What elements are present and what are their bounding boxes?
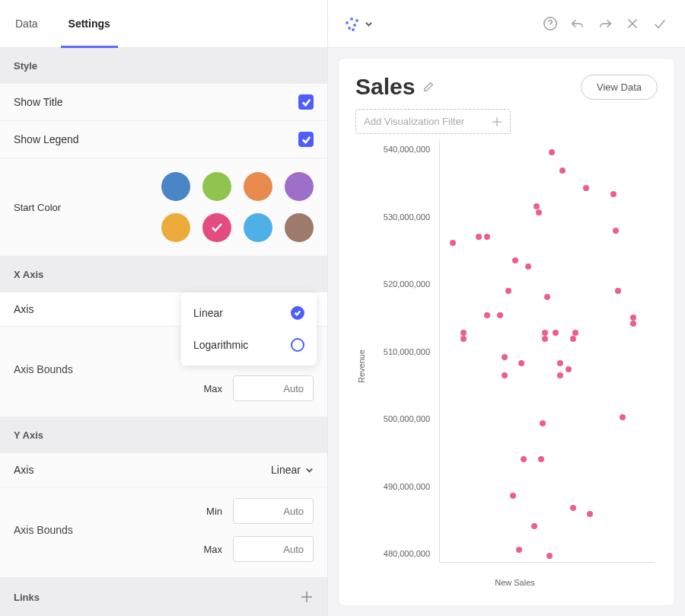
confirm-button[interactable] [650,14,670,34]
data-point[interactable] [557,372,563,378]
chart-title: Sales [355,74,415,100]
data-point[interactable] [531,523,537,529]
label-x-bounds: Axis Bounds [14,363,73,375]
radio-logarithmic[interactable] [291,338,304,352]
label-y-min: Min [206,506,222,517]
chevron-down-icon [305,466,314,474]
data-point[interactable] [559,168,566,174]
data-point[interactable] [549,149,555,155]
data-point[interactable] [497,312,503,318]
data-point[interactable] [510,493,516,499]
row-y-axis[interactable]: Axis Linear [0,453,327,487]
section-style-header: Style [0,48,327,84]
data-point[interactable] [460,336,467,342]
data-point[interactable] [450,240,456,246]
data-point[interactable] [630,321,636,327]
y-tick: 480,000,000 [377,549,430,558]
tab-data[interactable]: Data [0,0,53,48]
input-y-min[interactable] [233,498,314,524]
data-point[interactable] [512,257,518,263]
color-grid [161,172,314,242]
checkbox-show-title[interactable] [298,94,314,110]
label-x-axis: Axis [14,303,33,315]
data-point[interactable] [570,505,576,511]
input-y-max[interactable] [233,536,314,562]
tab-settings[interactable]: Settings [53,0,126,48]
preview-toolbar [328,0,685,48]
x-axis-scale-popup: Linear Logarithmic [181,292,317,365]
data-point[interactable] [460,330,467,336]
label-x-max: Max [203,383,222,394]
data-point[interactable] [613,228,619,234]
view-data-button[interactable]: View Data [581,75,658,100]
data-point[interactable] [534,203,540,209]
data-point[interactable] [521,456,527,462]
checkbox-show-legend[interactable] [298,132,314,147]
data-point[interactable] [502,354,508,360]
add-filter-chip[interactable]: Add Visualization Filter [355,109,511,134]
y-axis-bounds: Axis Bounds Min Max [0,487,327,578]
data-point[interactable] [553,330,559,336]
y-tick: 540,000,000 [377,145,430,154]
preview-panel: Sales View Data Add Visualization Filter… [328,0,685,616]
x-axis-option-linear[interactable]: Linear [181,297,317,329]
y-tick: 520,000,000 [377,279,430,289]
data-point[interactable] [542,330,548,336]
x-axis-label: New Sales [495,578,535,587]
color-swatch-6[interactable] [244,213,272,242]
color-swatch-2[interactable] [244,172,272,201]
edit-title-icon[interactable] [422,81,435,93]
data-point[interactable] [546,553,553,559]
input-x-max[interactable] [233,375,314,401]
section-x-axis-header: X Axis [0,257,327,292]
data-point[interactable] [536,209,542,215]
data-point[interactable] [630,314,636,321]
color-swatch-1[interactable] [202,172,231,201]
add-link-button[interactable] [300,590,314,604]
data-point[interactable] [518,360,524,366]
data-point[interactable] [505,288,511,294]
data-point[interactable] [484,312,490,318]
color-swatch-7[interactable] [285,213,314,242]
scatter-icon [343,15,360,32]
data-point[interactable] [620,414,626,420]
close-button[interactable] [623,14,642,34]
radio-linear[interactable] [291,306,304,320]
data-point[interactable] [544,294,550,300]
settings-panel: Data Settings Style Show Title Show Lege… [0,0,328,616]
data-point[interactable] [570,336,576,342]
data-point[interactable] [476,234,482,240]
data-point[interactable] [572,330,578,336]
data-point[interactable] [542,336,548,342]
label-links: Links [14,592,40,603]
color-swatch-4[interactable] [161,213,190,242]
data-point[interactable] [557,360,563,366]
row-show-title: Show Title [0,84,327,121]
data-point[interactable] [566,366,572,372]
color-swatch-0[interactable] [161,172,190,201]
y-tick: 530,000,000 [377,212,430,222]
x-axis-option-logarithmic[interactable]: Logarithmic [181,329,317,361]
data-point[interactable] [583,185,589,191]
redo-button[interactable] [595,14,615,34]
y-axis-value: Linear [271,464,314,476]
viz-type-picker[interactable] [343,15,373,32]
option-label-linear: Linear [193,307,223,319]
data-point[interactable] [502,372,508,378]
undo-button[interactable] [568,14,588,34]
color-swatch-5[interactable] [202,213,231,242]
data-point[interactable] [525,263,531,270]
help-button[interactable] [540,14,560,34]
panel-tabs: Data Settings [0,0,327,48]
data-point[interactable] [615,288,621,294]
color-swatch-3[interactable] [285,172,314,201]
data-point[interactable] [610,191,616,197]
data-point[interactable] [538,456,544,462]
data-point[interactable] [516,547,522,553]
chevron-down-icon [365,20,373,28]
data-point[interactable] [484,234,490,240]
data-point[interactable] [540,420,546,426]
plus-icon [492,116,502,127]
section-links: Links [0,578,327,616]
data-point[interactable] [587,511,593,517]
